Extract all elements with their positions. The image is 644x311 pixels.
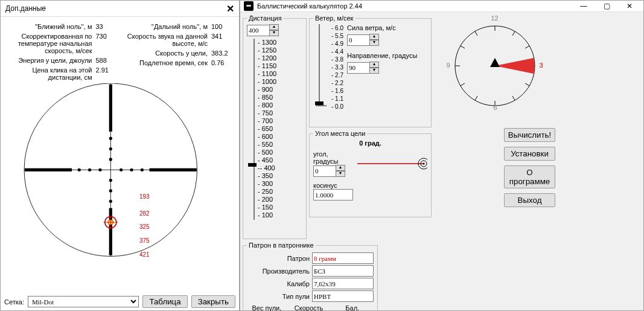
- cartridge-input[interactable]: [312, 252, 374, 264]
- mark-282: 282: [139, 210, 150, 217]
- distance-scale: - 1300- 1250- 1200- 1150- 1100- 1000- 90…: [258, 39, 302, 220]
- dir-up-icon[interactable]: ▲: [369, 62, 379, 68]
- wind-dir-label: Направление, градусы: [347, 52, 427, 59]
- bullet-type-input[interactable]: [312, 290, 374, 302]
- target-legend: Угол места цели: [313, 130, 367, 137]
- svg-point-14: [109, 147, 112, 150]
- cartridge-label: Патрон: [247, 255, 312, 262]
- svg-point-16: [109, 179, 112, 182]
- flight-time-value: 0.76: [211, 59, 235, 66]
- energy-value: 588: [96, 57, 120, 64]
- wind-dir-input[interactable]: [347, 62, 370, 74]
- cosine-label: косинус: [313, 182, 427, 189]
- svg-point-13: [109, 137, 112, 140]
- main-window: Баллистический калькулятор 2.44 — ▢ ✕ Ди…: [240, 0, 644, 311]
- about-button[interactable]: О программе: [504, 165, 555, 188]
- dialog-title: Доп.данные: [5, 4, 46, 13]
- svg-line-40: [475, 96, 477, 100]
- angle-graphic: [357, 152, 427, 176]
- energy-label: Энергия у цели, джоули: [4, 57, 96, 64]
- close-window-icon[interactable]: ✕: [619, 1, 640, 11]
- angle-down-icon[interactable]: ▼: [336, 171, 345, 177]
- click-price-value: 2.91: [96, 66, 120, 74]
- maximize-icon[interactable]: ▢: [596, 1, 617, 11]
- target-angle-title: 0 град.: [313, 139, 427, 147]
- wind-clock[interactable]: 12 3 6 9: [447, 14, 543, 111]
- svg-line-44: [461, 83, 465, 86]
- svg-point-10: [120, 168, 123, 172]
- distance-input[interactable]: [247, 25, 270, 36]
- svg-point-31: [422, 163, 424, 165]
- near-zero-label: ''Ближний ноль'', м: [4, 23, 96, 30]
- angle-label: угол, градусы: [313, 150, 354, 165]
- exit-button[interactable]: Выход: [504, 193, 555, 207]
- distance-legend: Дистанция: [247, 14, 284, 22]
- dist-up-icon[interactable]: ▲: [269, 24, 279, 30]
- angle-up-icon[interactable]: ▲: [336, 165, 345, 171]
- svg-line-42: [461, 46, 465, 48]
- corrected-speed-label: Скорректированная по температуре начальн…: [4, 33, 96, 54]
- distance-slider[interactable]: [247, 39, 258, 220]
- svg-line-37: [512, 31, 515, 36]
- speed-at-target-value: 383.2: [211, 50, 235, 57]
- svg-line-41: [525, 46, 529, 48]
- svg-point-15: [109, 158, 112, 161]
- mark-375: 375: [139, 237, 150, 244]
- manufacturer-input[interactable]: [312, 265, 374, 277]
- svg-point-7: [78, 168, 81, 172]
- caliber-input[interactable]: [312, 278, 374, 289]
- far-zero-label: ''Дальний ноль'', м: [120, 23, 212, 30]
- sound-speed-value: 341: [211, 33, 235, 40]
- minimize-icon[interactable]: —: [573, 1, 594, 11]
- close-button[interactable]: Закрыть: [191, 295, 235, 308]
- clock-3: 3: [539, 62, 543, 69]
- grid-select[interactable]: Mil-Dot: [28, 296, 139, 307]
- far-zero-value: 100: [211, 23, 235, 30]
- force-up-icon[interactable]: ▲: [369, 34, 379, 40]
- flight-time-label: Подлетное время, сек: [120, 59, 212, 66]
- wind-force-label: Сила ветра, м/с: [347, 24, 427, 31]
- wind-group: Ветер, м/сек - 6.0- 5.5- 4.9- 4.4- 3.8- …: [309, 14, 432, 127]
- click-price-label: Цена клика на этой дистанции, см: [4, 66, 96, 81]
- mark-325: 325: [139, 223, 150, 230]
- manufacturer-label: Производитель: [247, 268, 312, 275]
- distance-group: Дистанция ▲▼ - 1300- 1250- 1200- 1150- 1…: [243, 14, 307, 239]
- target-angle-group: Угол места цели 0 град. угол, градусы ▲▼: [309, 130, 432, 217]
- calculate-button[interactable]: Вычислить!: [504, 128, 555, 142]
- svg-point-17: [109, 189, 112, 192]
- svg-rect-24: [248, 163, 257, 167]
- close-icon[interactable]: ✕: [226, 3, 234, 14]
- wind-scale: - 6.0- 5.5- 4.9- 4.4- 3.8- 3.3- 2.7- 2.2…: [331, 24, 343, 111]
- svg-rect-27: [315, 101, 324, 105]
- svg-point-12: [141, 168, 144, 172]
- speed-header: Скорость пули, м/с: [289, 304, 329, 311]
- svg-point-18: [109, 200, 112, 203]
- table-button[interactable]: Таблица: [142, 295, 187, 308]
- clock-12: 12: [491, 14, 499, 22]
- app-icon: [244, 1, 253, 11]
- svg-point-8: [88, 168, 91, 172]
- force-down-icon[interactable]: ▼: [369, 40, 379, 46]
- window-title: Баллистический калькулятор 2.44: [257, 2, 362, 10]
- svg-line-39: [512, 96, 515, 100]
- caliber-label: Калибр: [247, 280, 312, 287]
- wind-legend: Ветер, м/сек: [313, 14, 355, 22]
- bc-header: Бал. коэффициент: [331, 304, 374, 311]
- wind-slider[interactable]: [313, 24, 328, 109]
- sound-speed-label: Скорость звука на данной высоте, м/с: [120, 33, 212, 47]
- speed-at-target-label: Скорость у цели,: [120, 50, 212, 57]
- corrected-speed-value: 730: [96, 33, 120, 40]
- clock-9: 9: [447, 62, 450, 69]
- wind-force-input[interactable]: [347, 34, 370, 46]
- angle-input[interactable]: [313, 165, 336, 177]
- reticle-graphic: [1, 83, 239, 267]
- dir-down-icon[interactable]: ▼: [369, 68, 379, 74]
- chamber-group: Патрон в патроннике Патрон Производитель…: [243, 242, 378, 311]
- svg-point-9: [98, 168, 101, 172]
- near-zero-value: 33: [96, 23, 120, 30]
- svg-line-38: [475, 31, 477, 36]
- settings-button[interactable]: Установки: [504, 147, 555, 161]
- cosine-input[interactable]: [313, 189, 353, 200]
- dist-down-icon[interactable]: ▼: [269, 30, 279, 36]
- mark-193: 193: [139, 193, 150, 200]
